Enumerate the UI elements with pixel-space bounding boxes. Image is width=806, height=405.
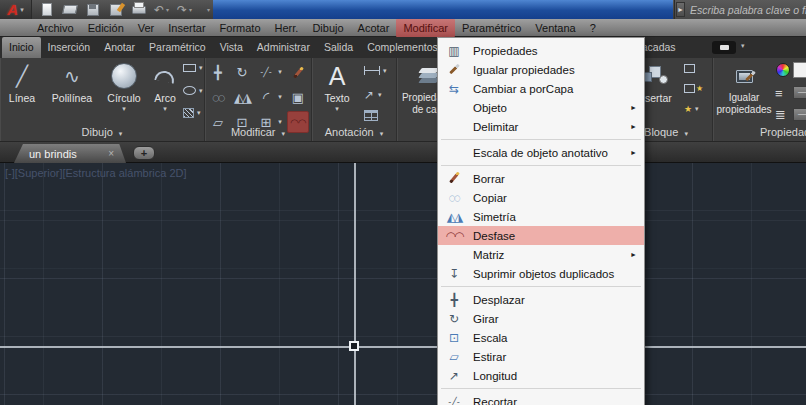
- menu-modificar[interactable]: Modificar: [396, 19, 455, 37]
- simetria-button[interactable]: ◭◮: [231, 86, 253, 108]
- menu-item-desplazar[interactable]: ╋ Desplazar: [438, 290, 644, 309]
- menu-item-longitud[interactable]: ↗ Longitud: [438, 366, 644, 385]
- chevron-down-icon[interactable]: ▾: [695, 105, 699, 113]
- tab-vista[interactable]: Vista: [213, 37, 250, 58]
- circulo-button[interactable]: Círculo ▾: [102, 60, 146, 113]
- menu-item-igualar-propiedades[interactable]: Igualar propiedades: [438, 60, 644, 79]
- infocenter-search[interactable]: ► Escriba palabra clave o frase: [674, 0, 806, 19]
- empalme-flyout[interactable]: ▾: [275, 86, 285, 108]
- print-button[interactable]: [130, 2, 147, 17]
- menu-help[interactable]: ?: [583, 19, 603, 37]
- panel-dibujo-footer[interactable]: Dibujo ▾: [0, 125, 204, 140]
- save-as-button[interactable]: [107, 2, 124, 17]
- tabla-button[interactable]: [364, 110, 378, 121]
- ribbon-minimize-button[interactable]: [712, 41, 736, 54]
- tab-salida[interactable]: Salida: [317, 37, 360, 58]
- menu-item-cambiar-a-porcapa[interactable]: ⇆ Cambiar a porCapa: [438, 79, 644, 98]
- open-file-button[interactable]: [61, 2, 78, 17]
- directriz-button[interactable]: ↗ ▾: [364, 88, 382, 102]
- cota-button[interactable]: ▾: [364, 66, 387, 75]
- linea-button[interactable]: ╱ Línea: [2, 60, 42, 104]
- linetype-dropdown[interactable]: —: [793, 108, 806, 121]
- girar-button[interactable]: ↻: [231, 61, 253, 83]
- descomponer-button[interactable]: ▣: [287, 86, 309, 108]
- menu-item-escala[interactable]: ⊡ Escala: [438, 328, 644, 347]
- menu-item-matriz[interactable]: Matriz ►: [438, 245, 644, 264]
- empalme-button[interactable]: ◜: [255, 86, 277, 108]
- chevron-down-icon[interactable]: ▾: [199, 64, 203, 72]
- recortar-flyout[interactable]: ▾: [275, 61, 285, 83]
- lineweight-icon[interactable]: ≡: [775, 87, 783, 100]
- menu-dibujo[interactable]: Dibujo: [305, 19, 350, 37]
- close-tab-icon[interactable]: ×: [108, 148, 114, 159]
- chevron-down-icon[interactable]: ▾: [741, 42, 745, 50]
- lineweight-dropdown[interactable]: —: [793, 86, 806, 99]
- panel-propiedades-footer[interactable]: Propiedades: [713, 125, 806, 140]
- menu-herramientas[interactable]: Herr.: [268, 19, 306, 37]
- crear-bloque-button[interactable]: [684, 64, 695, 73]
- menu-item-delimitar[interactable]: Delimitar ►: [438, 117, 644, 136]
- viewport-controls-label[interactable]: [-][Superior][Estructura alámbrica 2D]: [5, 167, 187, 179]
- chevron-down-icon[interactable]: ▾: [316, 105, 358, 113]
- menu-item-suprimir-objetos-duplicados[interactable]: ↧ Suprimir objetos duplicados: [438, 264, 644, 283]
- menu-ver[interactable]: Ver: [131, 19, 162, 37]
- panel-anotacion-footer[interactable]: Anotación ▾: [312, 125, 396, 140]
- arco-button[interactable]: Arco ▾: [148, 60, 182, 113]
- tab-parametrico[interactable]: Paramétrico: [142, 37, 213, 58]
- panel-modificar-footer[interactable]: Modificar ▾: [205, 125, 311, 140]
- menu-item-desfase[interactable]: ◠◠ Desfase: [438, 226, 644, 245]
- app-menu-button[interactable]: A ▾: [0, 0, 32, 19]
- menu-item-estirar[interactable]: ▱ Estirar: [438, 347, 644, 366]
- rectangle-button[interactable]: ▾: [183, 64, 203, 72]
- hatch-button[interactable]: ▾: [183, 108, 201, 118]
- menu-item-objeto[interactable]: Objeto ►: [438, 98, 644, 117]
- linetype-icon[interactable]: ≣: [775, 108, 786, 121]
- menu-item-copiar[interactable]: ◌◌ Copiar: [438, 188, 644, 207]
- redo-button[interactable]: ↷▾: [176, 2, 193, 17]
- chevron-down-icon[interactable]: ▾: [383, 67, 387, 75]
- block-attributes-button[interactable]: ★ ▾: [684, 104, 699, 114]
- menu-formato[interactable]: Formato: [213, 19, 268, 37]
- igualar-propiedades-button[interactable]: Igualar propiedades: [715, 60, 773, 116]
- chevron-down-icon[interactable]: ▾: [197, 109, 201, 117]
- desplazar-button[interactable]: ╋: [207, 61, 229, 83]
- chevron-down-icon[interactable]: ▾: [199, 87, 203, 95]
- menu-parametrico[interactable]: Paramétrico: [455, 19, 528, 37]
- menu-item-simetria[interactable]: ◭◮ Simetría: [438, 207, 644, 226]
- undo-button[interactable]: ↶▾: [153, 2, 170, 17]
- chevron-down-icon[interactable]: ▾: [102, 105, 146, 113]
- menu-acotar[interactable]: Acotar: [351, 19, 397, 37]
- menu-item-borrar[interactable]: Borrar: [438, 169, 644, 188]
- tab-inicio[interactable]: Inicio: [2, 37, 41, 58]
- save-button[interactable]: [84, 2, 101, 17]
- menu-item-escala-objeto-anotativo[interactable]: Escala de objeto anotativo ►: [438, 143, 644, 162]
- color-wheel-icon[interactable]: [776, 63, 790, 77]
- drawing-viewport[interactable]: [-][Superior][Estructura alámbrica 2D]: [0, 163, 806, 405]
- tab-complementos[interactable]: Complementos: [360, 37, 445, 58]
- menu-ventana[interactable]: Ventana: [528, 19, 582, 37]
- recortar-button[interactable]: -╱-: [255, 61, 277, 83]
- search-go-icon[interactable]: ►: [676, 2, 685, 17]
- ellipse-button[interactable]: ▾: [183, 86, 203, 95]
- chevron-down-icon[interactable]: ▾: [148, 105, 182, 113]
- polilinea-button[interactable]: ∿ Polilínea: [44, 60, 100, 104]
- tab-anotar[interactable]: Anotar: [97, 37, 142, 58]
- document-tab[interactable]: un brindis ×: [14, 144, 126, 163]
- copiar-button[interactable]: ◌◌: [207, 86, 229, 108]
- new-file-button[interactable]: [38, 2, 55, 17]
- texto-button[interactable]: A Texto ▾: [316, 60, 358, 113]
- menu-edicion[interactable]: Edición: [81, 19, 131, 37]
- customize-toolbar-button[interactable]: ▾: [199, 2, 216, 17]
- tab-administrar[interactable]: Administrar: [250, 37, 317, 58]
- color-swatch-dropdown[interactable]: [793, 62, 806, 78]
- chevron-down-icon[interactable]: ▾: [378, 91, 382, 99]
- editar-bloque-button[interactable]: ★: [684, 84, 703, 93]
- tab-insercion[interactable]: Inserción: [41, 37, 98, 58]
- borrar-button[interactable]: [287, 61, 309, 83]
- menu-archivo[interactable]: Archivo: [30, 19, 81, 37]
- new-drawing-tab-button[interactable]: +: [133, 146, 155, 160]
- menu-item-propiedades[interactable]: ▥ Propiedades: [438, 41, 644, 60]
- menu-insertar[interactable]: Insertar: [161, 19, 212, 37]
- menu-item-recortar[interactable]: -╱- Recortar: [438, 392, 644, 405]
- menu-item-girar[interactable]: ↻ Girar: [438, 309, 644, 328]
